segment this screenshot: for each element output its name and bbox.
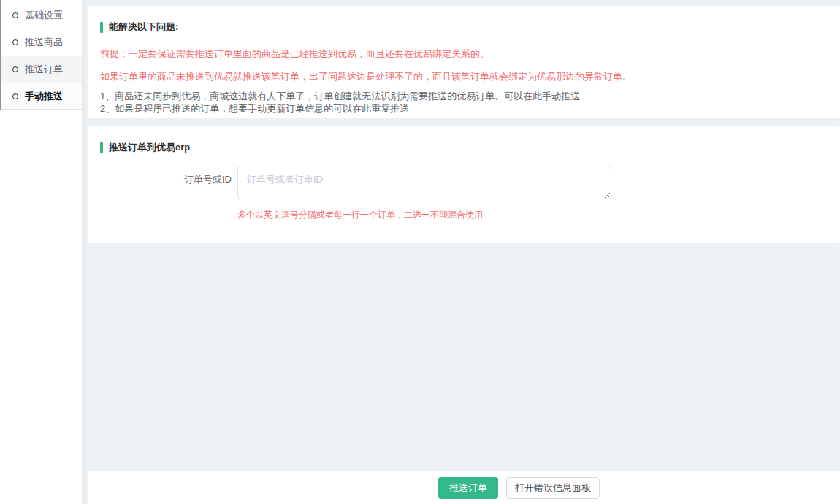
section-accent-bar bbox=[100, 22, 103, 33]
sidebar-menu: 基础设置 推送商品 推送订单 手动推送 bbox=[0, 0, 82, 110]
radio-circle-icon bbox=[12, 12, 18, 18]
notes-list: 1、商品还未同步到优易，商城这边就有人下单了，订单创建就无法识别为需要推送的优易… bbox=[100, 90, 825, 115]
sidebar-item-basic-settings[interactable]: 基础设置 bbox=[1, 1, 82, 28]
sidebar-item-label: 推送商品 bbox=[25, 36, 63, 49]
sidebar-item-label: 推送订单 bbox=[25, 63, 63, 76]
order-id-label: 订单号或ID bbox=[100, 167, 237, 186]
radio-circle-icon bbox=[12, 39, 18, 45]
order-id-form-row: 订单号或ID bbox=[100, 167, 825, 199]
section-accent-bar bbox=[100, 142, 103, 153]
note-line: 2、如果是程序已推送的订单，想要手动更新订单信息的可以在此重复推送 bbox=[100, 102, 825, 115]
push-section-header: 推送订单到优易erp bbox=[100, 141, 825, 154]
sidebar-item-push-products[interactable]: 推送商品 bbox=[1, 28, 82, 56]
radio-circle-icon bbox=[12, 93, 18, 99]
note-line: 1、商品还未同步到优易，商城这边就有人下单了，订单创建就无法识别为需要推送的优易… bbox=[100, 90, 825, 102]
push-section-title: 推送订单到优易erp bbox=[109, 141, 190, 154]
push-order-button[interactable]: 推送订单 bbox=[438, 477, 498, 499]
manual-push-page: 基础设置 推送商品 推送订单 手动推送 能解决以下问题: 前提：一定要保证需要推… bbox=[0, 0, 840, 504]
sidebar-item-label: 基础设置 bbox=[25, 9, 63, 22]
info-card: 能解决以下问题: 前提：一定要保证需要推送订单里面的商品是已经推送到优易，而且还… bbox=[88, 6, 840, 118]
info-section-header: 能解决以下问题: bbox=[100, 20, 825, 34]
order-id-helper-text: 多个以英文逗号分隔或者每一行一个订单，二选一不能混合使用 bbox=[237, 209, 825, 221]
push-order-card: 推送订单到优易erp 订单号或ID 多个以英文逗号分隔或者每一行一个订单，二选一… bbox=[88, 126, 840, 243]
sidebar-item-manual-push[interactable]: 手动推送 bbox=[1, 83, 82, 110]
open-error-panel-button[interactable]: 打开错误信息面板 bbox=[506, 477, 600, 499]
sidebar-item-push-orders[interactable]: 推送订单 bbox=[1, 56, 82, 83]
info-section-title: 能解决以下问题: bbox=[109, 20, 178, 34]
footer-action-bar: 推送订单 打开错误信息面板 bbox=[88, 471, 840, 504]
radio-circle-icon bbox=[12, 66, 18, 72]
warning-line: 如果订单里的商品未推送到优易就推送该笔订单，出了问题这边是处理不了的，而且该笔订… bbox=[100, 72, 825, 82]
sidebar-item-label: 手动推送 bbox=[25, 90, 63, 103]
sidebar: 基础设置 推送商品 推送订单 手动推送 bbox=[0, 0, 82, 504]
order-id-input[interactable] bbox=[237, 167, 611, 199]
warning-line: 前提：一定要保证需要推送订单里面的商品是已经推送到优易，而且还要在优易绑定关系的… bbox=[100, 49, 825, 59]
